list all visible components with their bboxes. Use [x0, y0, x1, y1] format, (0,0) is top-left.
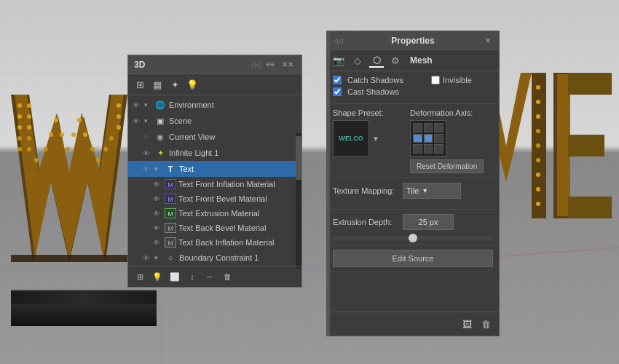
props-collapse-arrows[interactable]: ◁◁	[333, 37, 343, 44]
visibility-eye-bb[interactable]: 👁	[153, 224, 163, 232]
image-bottom-icon[interactable]: 🖼	[460, 317, 474, 331]
invisible-checkbox[interactable]	[431, 76, 440, 84]
scene-options-icon[interactable]: ⊞	[133, 269, 147, 284]
shape-preset-preview[interactable]: WELCO	[333, 120, 369, 157]
shadows-section: Catch Shadows Invisible Cast Shadows	[327, 71, 499, 104]
light-toolbar-icon[interactable]: 💡	[185, 77, 200, 92]
close-3d-btn[interactable]: ✕	[280, 60, 296, 69]
visibility-eye-view[interactable]: 👁	[143, 133, 153, 141]
visibility-eye-text[interactable]: 👁	[143, 165, 153, 173]
props-resize-handle[interactable]	[327, 31, 330, 336]
shader-tab-icon[interactable]: ◇	[350, 53, 365, 68]
deform-cell-br[interactable]	[434, 144, 443, 154]
visibility-eye-fb[interactable]: 👁	[153, 195, 163, 203]
cast-shadows-label: Cast Shadows	[347, 87, 399, 96]
text-tree-icon: T	[165, 163, 176, 175]
menu-icon[interactable]: ≡	[264, 60, 277, 69]
light-tree-icon: ✦	[154, 147, 166, 159]
mat-icon-ex: M	[165, 208, 176, 218]
deform-cell-mr[interactable]	[434, 134, 443, 143]
svg-point-64	[117, 103, 121, 108]
visibility-eye-bi[interactable]: 👁	[153, 239, 163, 247]
deform-cell-ml[interactable]	[413, 134, 422, 143]
expand-env[interactable]: ▾	[144, 101, 153, 108]
deform-axis-grid	[410, 120, 446, 157]
expand-bottom-icon[interactable]: ↔	[202, 269, 217, 284]
tree-label-env: Environment	[169, 100, 214, 109]
viewport-3d[interactable]	[0, 0, 619, 364]
svg-rect-65	[11, 255, 127, 262]
visibility-eye-env[interactable]: 👁	[133, 101, 143, 109]
texture-mapping-row: Texture Mapping: Tile ▼	[333, 183, 493, 199]
shape-preset-group: Shape Preset: WELCO ▼	[333, 108, 398, 157]
tree-item-front-inflation[interactable]: 👁 M Text Front Inflation Material	[128, 177, 301, 191]
visibility-eye-ex[interactable]: 👁	[153, 210, 163, 218]
panel-3d-toolbar: ⊞ ▦ ✦ 💡	[128, 74, 301, 95]
tree-label-fb: Text Front Bevel Material	[178, 194, 267, 203]
object-tab-icon[interactable]: ⚙	[388, 53, 403, 68]
extrusion-depth-value[interactable]: 25 px	[403, 214, 454, 230]
extrusion-slider[interactable]	[333, 236, 493, 240]
tree-item-environment[interactable]: 👁 ▾ 🌐 Environment	[128, 97, 301, 113]
tree-item-infinite-light[interactable]: 👁 ✦ Infinite Light 1	[128, 145, 301, 161]
deform-cell-tc[interactable]	[424, 123, 433, 132]
expand-scene[interactable]: ▾	[144, 117, 153, 124]
edit-source-btn[interactable]: Edit Source	[333, 250, 493, 267]
tree-scrollbar-thumb[interactable]	[296, 136, 301, 180]
deform-cell-bl[interactable]	[413, 144, 422, 154]
tree-label-text: Text	[179, 165, 194, 173]
edit-source-section: Edit Source	[327, 245, 499, 272]
svg-point-85	[536, 100, 540, 104]
catch-shadows-checkbox[interactable]	[333, 76, 342, 84]
trash-bottom-icon[interactable]: 🗑	[220, 269, 234, 284]
invisible-label: Invisible	[443, 76, 472, 84]
frame-icon[interactable]: ⬜	[167, 269, 182, 284]
svg-point-39	[17, 103, 22, 108]
extrusion-slider-thumb[interactable]	[409, 234, 417, 242]
tree-item-current-view[interactable]: 👁 ◉ Current View	[128, 129, 301, 145]
texture-mapping-value: Tile	[406, 186, 419, 195]
visibility-eye-bc[interactable]: 👁	[143, 254, 153, 262]
svg-point-63	[117, 114, 121, 119]
tree-label-light: Infinite Light 1	[169, 149, 219, 157]
deform-cell-mc[interactable]	[424, 134, 433, 143]
props-bottom-toolbar: 🖼 🗑	[327, 312, 499, 336]
tree-scrollbar-track[interactable]	[296, 133, 301, 269]
light-bottom-icon[interactable]: 💡	[150, 269, 165, 284]
sun-toolbar-icon[interactable]: ✦	[167, 77, 182, 92]
svg-point-86	[536, 114, 540, 119]
reset-deformation-btn[interactable]: Reset Deformation	[410, 159, 484, 173]
props-tab-row: 📷 ◇ ⬡ ⚙ Mesh	[327, 50, 499, 71]
props-close-btn[interactable]: ✕	[483, 36, 493, 45]
texture-mapping-select[interactable]: Tile ▼	[403, 183, 461, 199]
extrusion-depth-row: Extrusion Depth: 25 px	[333, 214, 493, 230]
svg-point-45	[17, 136, 22, 141]
svg-point-54	[66, 147, 70, 151]
tree-item-boundary[interactable]: 👁 ▾ ○ Boundary Constraint 1	[128, 250, 301, 266]
expand-text[interactable]: ▾	[154, 165, 163, 173]
tree-item-text[interactable]: 👁 ▾ T Text	[128, 161, 301, 177]
tree-label-bb: Text Back Bevel Material	[178, 223, 266, 232]
shape-preset-dropdown-arrow[interactable]: ▼	[372, 135, 379, 143]
visibility-eye-light[interactable]: 👁	[143, 149, 153, 157]
mesh-tab-icon[interactable]: ⬡	[369, 53, 384, 68]
visibility-eye-fi[interactable]: 👁	[153, 181, 163, 189]
tree-item-extrusion[interactable]: 👁 M Text Extrusion Material	[128, 206, 301, 221]
pin-bottom-icon[interactable]: ↕	[185, 269, 200, 284]
visibility-eye-scene[interactable]: 👁	[133, 117, 143, 125]
tree-item-back-inflation[interactable]: 👁 M Text Back Inflation Material	[128, 235, 301, 250]
svg-point-49	[34, 158, 39, 162]
deform-cell-tr[interactable]	[434, 123, 443, 132]
collapse-arrows[interactable]: ◁◁	[251, 61, 261, 68]
trash-props-icon[interactable]: 🗑	[478, 317, 493, 331]
cast-shadows-checkbox[interactable]	[333, 87, 342, 96]
camera-tab-icon[interactable]: 📷	[331, 53, 346, 68]
deform-cell-bc[interactable]	[424, 144, 433, 154]
tree-item-front-bevel[interactable]: 👁 M Text Front Bevel Material	[128, 191, 301, 206]
tree-item-scene[interactable]: 👁 ▾ ▣ Scene	[128, 113, 301, 129]
table-toolbar-icon[interactable]: ▦	[150, 77, 165, 92]
deform-cell-tl[interactable]	[413, 123, 422, 132]
tree-item-back-bevel[interactable]: 👁 M Text Back Bevel Material	[128, 221, 301, 235]
grid-toolbar-icon[interactable]: ⊞	[133, 77, 147, 92]
expand-boundary[interactable]: ▾	[154, 254, 163, 261]
